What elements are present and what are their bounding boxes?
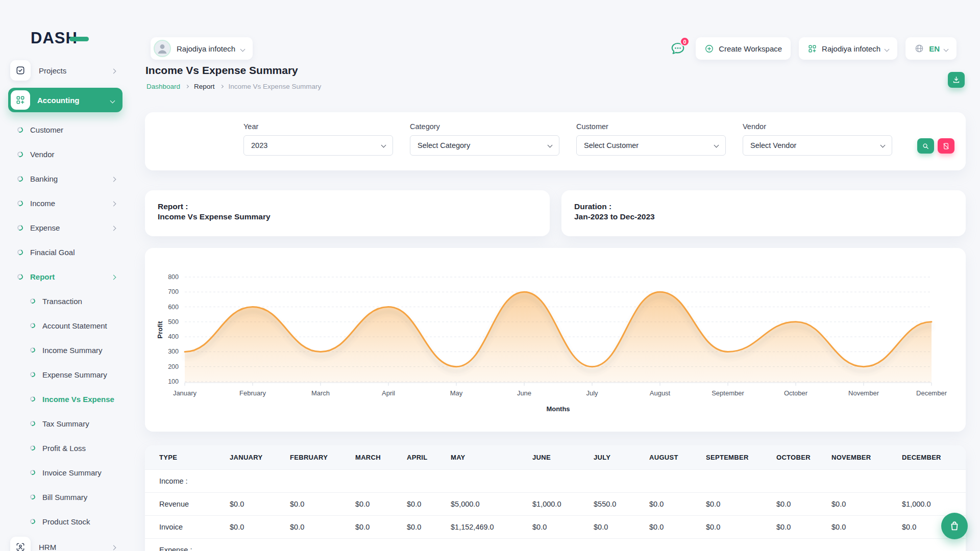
search-icon — [922, 142, 929, 150]
donut-bullet-icon — [16, 199, 23, 207]
row-label-invoice: Invoice — [145, 516, 223, 539]
col-header-april: APRIL — [400, 445, 444, 470]
sidebar-item-product-stock[interactable]: Product Stock — [0, 509, 131, 534]
hrm-user-scan-icon — [10, 537, 31, 551]
expense-section-label: Expense : — [145, 539, 966, 551]
section-row-expense: Expense : — [145, 539, 966, 551]
invoice-cell: $0.0 — [699, 516, 769, 539]
donut-bullet-icon — [30, 396, 36, 403]
breadcrumb-dashboard-link[interactable]: Dashboard — [146, 83, 180, 90]
create-workspace-button[interactable]: Create Workspace — [696, 37, 791, 60]
sidebar-item-label: Projects — [39, 66, 66, 75]
messages-count-badge: 0 — [680, 37, 690, 46]
revenue-cell: $1,000.0 — [895, 493, 966, 516]
svg-text:400: 400 — [168, 333, 179, 340]
col-header-july: JULY — [586, 445, 642, 470]
summary-table-card: TYPE JANUARY FEBRUARY MARCH APRIL MAY JU… — [145, 445, 966, 551]
revenue-cell: $0.0 — [769, 493, 824, 516]
duration-summary-card: Duration : Jan-2023 to Dec-2023 — [561, 190, 966, 236]
sidebar-item-report[interactable]: Report — [0, 264, 131, 289]
svg-text:300: 300 — [168, 348, 179, 355]
revenue-cell: $1,000.0 — [525, 493, 586, 516]
donut-bullet-icon — [16, 151, 23, 158]
invoice-cell: $0.0 — [223, 516, 283, 539]
reset-filter-button[interactable] — [938, 138, 954, 154]
sidebar-item-transaction[interactable]: Transaction — [0, 289, 131, 313]
chevron-right-icon — [112, 272, 115, 281]
create-workspace-label: Create Workspace — [719, 44, 782, 53]
chevron-right-icon — [112, 66, 115, 75]
col-header-december: DECEMBER — [895, 445, 966, 470]
sidebar-item-label: Report — [30, 272, 55, 281]
sidebar-item-banking[interactable]: Banking — [0, 166, 131, 191]
sidebar-item-expense-summary[interactable]: Expense Summary — [0, 362, 131, 387]
col-header-october: OCTOBER — [769, 445, 824, 470]
vendor-label: Vendor — [743, 122, 892, 131]
col-header-march: MARCH — [348, 445, 400, 470]
chevron-down-icon — [944, 44, 948, 53]
company-switcher[interactable]: Rajodiya infotech — [151, 37, 253, 60]
revenue-cell: $0.0 — [283, 493, 348, 516]
svg-text:February: February — [239, 389, 266, 397]
donut-bullet-icon — [16, 224, 23, 231]
download-report-button[interactable] — [948, 72, 965, 88]
col-header-september: SEPTEMBER — [699, 445, 769, 470]
year-select[interactable]: 2023 — [243, 135, 393, 156]
messages-button[interactable]: 0 — [670, 41, 685, 56]
breadcrumb: Dashboard Report Income Vs Expense Summa… — [146, 83, 321, 90]
sidebar-item-vendor[interactable]: Vendor — [0, 142, 131, 166]
category-value: Select Category — [418, 141, 470, 149]
main-content: Rajodiya infotech Income Vs Expense Summ… — [131, 0, 980, 551]
sidebar-item-expense[interactable]: Expense — [0, 215, 131, 240]
breadcrumb-report-link[interactable]: Report — [194, 83, 215, 90]
sidebar-item-label: Customer — [30, 126, 63, 134]
customer-select[interactable]: Select Customer — [576, 135, 726, 156]
breadcrumb-separator-icon — [185, 85, 189, 88]
category-select[interactable]: Select Category — [410, 135, 559, 156]
language-switcher[interactable]: EN — [905, 37, 957, 60]
svg-text:July: July — [586, 389, 598, 397]
sidebar-item-bill-summary[interactable]: Bill Summary — [0, 485, 131, 509]
sidebar-item-label: Profit & Loss — [42, 444, 86, 453]
svg-text:November: November — [848, 389, 879, 397]
workspace-switcher[interactable]: Rajodiya infotech — [799, 37, 897, 60]
svg-text:Profit: Profit — [156, 321, 164, 339]
filter-actions — [917, 138, 954, 154]
vendor-select[interactable]: Select Vendor — [743, 135, 892, 156]
report-value: Income Vs Expense Summary — [158, 212, 550, 222]
sidebar-item-projects[interactable]: Projects — [0, 57, 131, 84]
sidebar-item-label: Income — [30, 199, 55, 208]
donut-bullet-icon — [30, 371, 36, 378]
svg-text:December: December — [916, 389, 947, 397]
sidebar-item-profit-loss[interactable]: Profit & Loss — [0, 436, 131, 460]
floating-cart-button[interactable] — [941, 513, 968, 539]
sidebar-item-finacial-goal[interactable]: Finacial Goal — [0, 240, 131, 264]
sidebar-item-tax-summary[interactable]: Tax Summary — [0, 411, 131, 436]
svg-text:Months: Months — [546, 405, 570, 413]
sidebar-item-account-statement[interactable]: Account Statement — [0, 313, 131, 338]
sidebar-item-invoice-summary[interactable]: Invoice Summary — [0, 460, 131, 485]
sidebar-item-customer[interactable]: Customer — [0, 117, 131, 142]
donut-bullet-icon — [16, 126, 23, 133]
sidebar-nav: Projects Accounting Customer Vendor Bank… — [0, 57, 131, 551]
year-value: 2023 — [251, 141, 267, 149]
donut-bullet-icon — [16, 273, 23, 280]
sidebar-item-label: Expense — [30, 223, 60, 232]
sidebar-item-accounting[interactable]: Accounting — [8, 88, 122, 112]
sidebar-item-label: Income Summary — [42, 346, 103, 355]
apply-filter-button[interactable] — [917, 138, 934, 154]
sidebar-item-income[interactable]: Income — [0, 191, 131, 215]
sidebar-item-hrm[interactable]: HRM — [0, 534, 131, 551]
donut-bullet-icon — [30, 518, 36, 525]
svg-text:May: May — [450, 389, 463, 397]
app-logo[interactable]: DASH — [31, 29, 131, 48]
chevron-right-icon — [112, 223, 115, 232]
sidebar-item-income-summary[interactable]: Income Summary — [0, 338, 131, 362]
sidebar: DASH Projects Accounting Customer Vendor — [0, 0, 131, 551]
donut-bullet-icon — [30, 494, 36, 500]
chevron-down-icon — [241, 44, 244, 53]
projects-checkbox-icon — [10, 60, 31, 81]
year-filter: Year 2023 — [243, 122, 393, 156]
file-slash-icon — [942, 142, 950, 150]
sidebar-item-income-vs-expense[interactable]: Income Vs Expense — [0, 387, 131, 411]
